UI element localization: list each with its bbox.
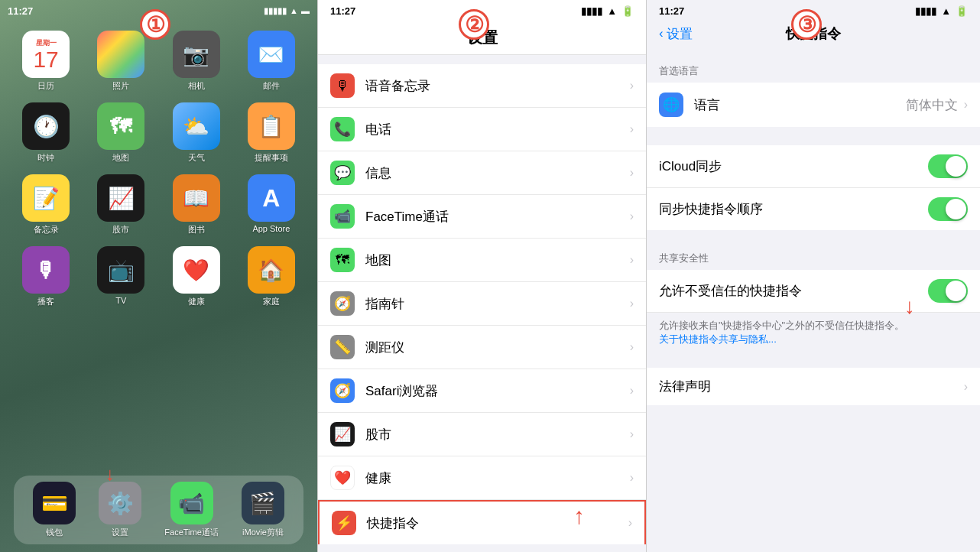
- app-photos[interactable]: 照片: [89, 31, 153, 92]
- legal-row[interactable]: 法律声明 ›: [647, 368, 980, 405]
- phone-label: 电话: [365, 121, 630, 138]
- app-stocks-label: 股市: [112, 224, 129, 235]
- preferred-lang-header: 首选语言: [647, 61, 980, 83]
- settings-row-phone[interactable]: 📞 电话 ›: [318, 108, 646, 151]
- icloud-sync-toggle[interactable]: [928, 154, 968, 178]
- app-reminders[interactable]: 📋 提醒事项: [239, 102, 303, 164]
- legal-label: 法律声明: [659, 378, 964, 395]
- imovie-icon: 🎬: [249, 491, 276, 516]
- language-value: 简体中文: [906, 96, 958, 114]
- settings-row-compass[interactable]: 🧭 指南针 ›: [318, 282, 646, 326]
- health-settings-icon: ❤️: [330, 466, 355, 490]
- settings-row-measure[interactable]: 📏 测距仪 ›: [318, 326, 646, 369]
- safari-icon: 🧭: [330, 378, 355, 403]
- settings-row-health[interactable]: ❤️ 健康 ›: [318, 456, 646, 500]
- app-appstore-label: App Store: [252, 224, 290, 233]
- app-home-label: 家庭: [263, 296, 280, 307]
- app-podcasts[interactable]: 🎙 播客: [14, 246, 78, 307]
- settings-row-stocks[interactable]: 📈 股市 ›: [318, 413, 646, 456]
- stocks-settings-icon: 📈: [330, 422, 355, 446]
- battery-p3: 🔋: [956, 5, 968, 17]
- icloud-sync-label: iCloud同步: [659, 157, 928, 175]
- dock-facetime-label: FaceTime通话: [164, 527, 219, 538]
- app-tv-label: TV: [115, 296, 126, 305]
- sync-order-toggle[interactable]: [928, 197, 968, 221]
- app-notes[interactable]: 📝 备忘录: [14, 174, 78, 235]
- chevron-compass: ›: [630, 297, 634, 310]
- dock-settings[interactable]: ⚙️ 设置: [99, 482, 141, 538]
- chevron-maps: ›: [630, 253, 634, 267]
- app-books-label: 图书: [188, 224, 205, 235]
- clock-icon: 🕐: [33, 114, 60, 139]
- battery-icon-p2: 🔋: [621, 5, 634, 17]
- dock-imovie[interactable]: 🎬 iMovie剪辑: [242, 482, 284, 538]
- wallet-icon: 💳: [41, 491, 68, 516]
- dock-wallet[interactable]: 💳 钱包: [33, 482, 76, 538]
- maps-settings-icon: 🗺: [330, 248, 355, 272]
- untrusted-toggle-section: 允许不受信任的快捷指令: [647, 270, 980, 313]
- app-weather[interactable]: ⛅ 天气: [164, 102, 229, 164]
- app-stocks[interactable]: 📈 股市: [89, 174, 153, 235]
- language-row[interactable]: 🌐 语言 简体中文 ›: [647, 83, 980, 127]
- signal-icon-p2: ▮▮▮▮: [581, 5, 602, 17]
- app-podcasts-label: 播客: [37, 296, 54, 307]
- app-clock-label: 时钟: [37, 152, 54, 164]
- settings-row-maps[interactable]: 🗺 地图 ›: [318, 239, 646, 282]
- settings-row-messages[interactable]: 💬 信息 ›: [318, 151, 646, 195]
- measure-icon: 📏: [330, 335, 355, 359]
- dock-wallet-label: 钱包: [46, 527, 63, 538]
- red-arrow-settings: ↓: [105, 463, 115, 485]
- app-calendar[interactable]: 星期一 17 日历: [14, 31, 78, 92]
- compass-label: 指南针: [365, 295, 630, 313]
- battery-icon: ▬: [301, 6, 310, 15]
- stocks-icon: 📈: [108, 186, 135, 211]
- facetime-settings-icon: 📹: [330, 204, 355, 229]
- chevron-stocks: ›: [630, 427, 634, 441]
- app-mail[interactable]: ✉️ 邮件: [239, 31, 303, 92]
- podcasts-icon: 🎙: [35, 258, 57, 283]
- app-appstore[interactable]: A App Store: [239, 174, 303, 235]
- allow-untrusted-toggle[interactable]: [928, 279, 968, 303]
- settings-row-shortcuts[interactable]: ⚡ 快捷指令 ›: [318, 500, 646, 544]
- chevron-messages: ›: [630, 166, 634, 180]
- language-label: 语言: [694, 96, 906, 114]
- camera-icon: 📷: [183, 42, 209, 67]
- app-weather-label: 天气: [188, 152, 205, 164]
- allow-untrusted-row[interactable]: 允许不受信任的快捷指令: [647, 270, 980, 313]
- privacy-link[interactable]: 关于快捷指令共享与隐私...: [659, 333, 777, 345]
- app-clock[interactable]: 🕐 时钟: [14, 102, 78, 164]
- language-card: 🌐 语言 简体中文 ›: [647, 83, 980, 127]
- app-maps[interactable]: 🗺 地图: [89, 102, 153, 164]
- app-appletv[interactable]: 📺 TV: [89, 246, 153, 307]
- safari-label: Safari浏览器: [365, 382, 630, 400]
- red-arrow-toggle: ↓: [904, 294, 915, 319]
- panel-1-homescreen: 11:27 ▮▮▮▮▮ ▲ ▬ 星期一 17 日历 照片 📷 相机 ✉️ 邮件: [0, 0, 317, 552]
- measure-label: 测距仪: [365, 339, 630, 356]
- back-button[interactable]: ‹ 设置: [659, 25, 693, 43]
- wifi-icon: ▲: [290, 6, 298, 15]
- time-panel1: 11:27: [8, 5, 33, 17]
- icloud-sync-row[interactable]: iCloud同步: [647, 145, 980, 188]
- sync-order-label: 同步快捷指令顺序: [659, 200, 928, 218]
- wifi-icon-p2: ▲: [607, 5, 617, 17]
- reminders-icon: 📋: [258, 114, 284, 139]
- app-health[interactable]: ❤️ 健康: [164, 246, 229, 307]
- sync-order-row[interactable]: 同步快捷指令顺序: [647, 188, 980, 230]
- shortcuts-label: 快捷指令: [367, 515, 628, 532]
- status-icons-panel2: ▮▮▮▮ ▲ 🔋: [581, 5, 634, 17]
- app-home[interactable]: 🏠 家庭: [239, 246, 303, 307]
- app-mail-label: 邮件: [263, 80, 280, 92]
- allow-untrusted-knob: [946, 281, 966, 301]
- status-icons-panel3: ▮▮▮▮ ▲ 🔋: [915, 5, 968, 17]
- settings-row-safari[interactable]: 🧭 Safari浏览器 ›: [318, 369, 646, 413]
- dock-facetime[interactable]: 📹 FaceTime通话: [164, 482, 219, 538]
- icloud-section: iCloud同步 同步快捷指令顺序: [647, 145, 980, 230]
- app-camera[interactable]: 📷 相机: [164, 31, 229, 92]
- settings-row-facetime[interactable]: 📹 FaceTime通话 ›: [318, 195, 646, 239]
- app-books[interactable]: 📖 图书: [164, 174, 229, 235]
- signal-icon: ▮▮▮▮▮: [264, 6, 287, 16]
- settings-row-voice-memo[interactable]: 🎙 语音备忘录 ›: [318, 64, 646, 108]
- panel-3-shortcuts-settings: 11:27 ▮▮▮▮ ▲ 🔋 ‹ 设置 快捷指令 首选语言 🌐 语言 简体中文 …: [646, 0, 980, 552]
- chevron-language: ›: [964, 98, 968, 112]
- back-chevron: ‹: [659, 26, 664, 41]
